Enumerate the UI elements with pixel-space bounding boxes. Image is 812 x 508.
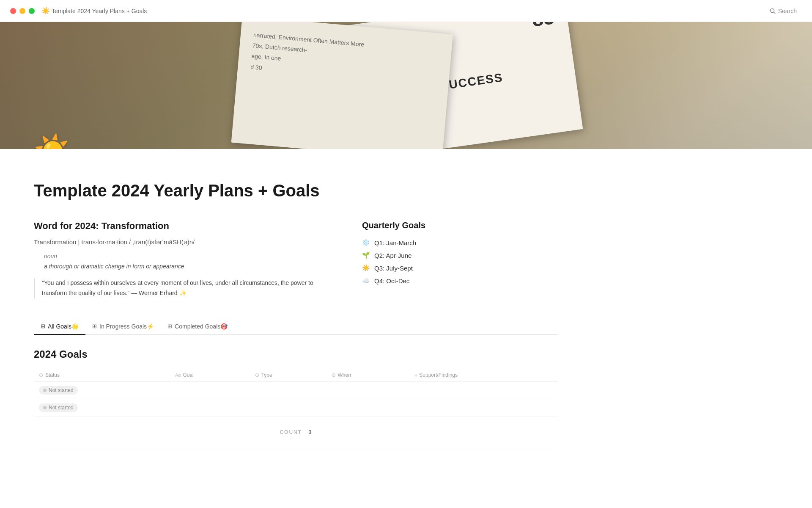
search-label: Search (778, 8, 797, 14)
goal-col-label: Goal (183, 372, 193, 378)
table-row: Not started (34, 381, 558, 399)
word-meaning: a thorough or dramatic change in form or… (44, 263, 328, 270)
tabs-bar: ⊞ All Goals🌟 ⊞ In Progress Goals⚡ ⊞ Comp… (34, 319, 558, 335)
row1-goal[interactable] (170, 381, 250, 399)
tab-in-progress-goals[interactable]: ⊞ In Progress Goals⚡ (85, 319, 161, 335)
col-when: ⊙ When (326, 369, 409, 382)
tab-completed-goals[interactable]: ⊞ Completed Goals🎯 (161, 319, 234, 335)
status-col-icon: ⊙ (39, 372, 43, 378)
row1-when[interactable] (326, 381, 409, 399)
q2-label: Q2: Apr-June (374, 252, 411, 259)
q4-label: Q4: Oct-Dec (374, 277, 409, 284)
row2-when[interactable] (326, 399, 409, 416)
col-type: ⊙ Type (250, 369, 326, 382)
status-dot-2 (43, 406, 47, 409)
table-row: Not started (34, 399, 558, 416)
main-content: Template 2024 Yearly Plans + Goals Word … (0, 149, 592, 482)
count-row: COUNT 3 (39, 421, 553, 444)
type-col-label: Type (261, 372, 272, 378)
col-status: ⊙ Status (34, 369, 170, 382)
search-button[interactable]: Search (765, 5, 802, 17)
goals-table-footer: COUNT 3 (34, 416, 558, 448)
row1-support[interactable] (409, 381, 558, 399)
col-goal: Aa Goal (170, 369, 250, 382)
row2-support[interactable] (409, 399, 558, 416)
book-page2-text: narrated; Environment Often Matters More… (250, 30, 439, 88)
row1-type[interactable] (250, 381, 326, 399)
word-definition: Transformation | trans·for·ma·tion / ˌtr… (34, 238, 328, 246)
tab-in-progress-label: In Progress Goals⚡ (99, 323, 154, 330)
quarterly-item-q4[interactable]: ☁️ Q4: Oct-Dec (362, 277, 558, 284)
count-value: 3 (309, 429, 313, 435)
hero-content: 85 Environment Often Matters More RONMEN… (0, 22, 812, 149)
close-button[interactable] (10, 8, 16, 14)
word-quote: "You and I possess within ourselves at e… (34, 278, 328, 298)
row2-status[interactable]: Not started (34, 399, 170, 416)
tab-completed-label: Completed Goals🎯 (175, 323, 228, 330)
quarterly-list: ❄️ Q1: Jan-March 🌱 Q2: Apr-June ☀️ Q3: J… (362, 239, 558, 284)
status-badge-not-started-1: Not started (39, 386, 78, 395)
q4-icon: ☁️ (362, 277, 370, 284)
hero-banner: 85 Environment Often Matters More RONMEN… (0, 22, 812, 149)
goals-table-body: Not started Not started (34, 381, 558, 416)
when-col-icon: ⊙ (332, 372, 336, 378)
minimize-button[interactable] (19, 8, 25, 14)
type-col-icon: ⊙ (255, 372, 259, 378)
q3-icon: ☀️ (362, 264, 370, 272)
book-page-number: 85 (530, 22, 556, 31)
word-pos: noun (44, 253, 328, 260)
right-column: Quarterly Goals ❄️ Q1: Jan-March 🌱 Q2: A… (362, 221, 558, 298)
word-heading: Word for 2024: Transformation (34, 221, 328, 232)
tab-all-goals-icon: ⊞ (41, 323, 45, 329)
breadcrumb-text: Template 2024 Yearly Plans + Goals (52, 8, 147, 14)
row2-goal[interactable] (170, 399, 250, 416)
search-icon (770, 8, 776, 14)
left-column: Word for 2024: Transformation Transforma… (34, 221, 328, 298)
titlebar: ☀️ Template 2024 Yearly Plans + Goals Se… (0, 0, 812, 22)
page-sun-icon: ☀️ (34, 135, 72, 149)
col-support: ≡ Support/Findings (409, 369, 558, 382)
traffic-lights (10, 8, 35, 14)
support-col-icon: ≡ (414, 372, 417, 378)
goals-section-title: 2024 Goals (34, 348, 558, 360)
status-badge-not-started-2: Not started (39, 403, 78, 412)
row1-status[interactable]: Not started (34, 381, 170, 399)
tab-all-goals[interactable]: ⊞ All Goals🌟 (34, 319, 85, 335)
row2-type[interactable] (250, 399, 326, 416)
status-col-label: Status (45, 372, 60, 378)
maximize-button[interactable] (29, 8, 35, 14)
status-text-2: Not started (49, 405, 74, 411)
book-page-2: narrated; Environment Often Matters More… (231, 22, 453, 149)
svg-line-1 (774, 12, 775, 14)
q2-icon: 🌱 (362, 251, 370, 259)
two-column-layout: Word for 2024: Transformation Transforma… (34, 221, 558, 298)
count-label: COUNT (280, 429, 302, 435)
q1-label: Q1: Jan-March (374, 239, 416, 246)
page-emoji-icon: ☀️ (41, 7, 50, 15)
support-col-label: Support/Findings (419, 372, 458, 378)
tab-all-goals-label: All Goals🌟 (48, 323, 79, 330)
titlebar-left: ☀️ Template 2024 Yearly Plans + Goals (10, 7, 147, 15)
quarterly-item-q1[interactable]: ❄️ Q1: Jan-March (362, 239, 558, 246)
breadcrumb: ☀️ Template 2024 Yearly Plans + Goals (41, 7, 147, 15)
tab-in-progress-icon: ⊞ (92, 323, 97, 329)
q3-label: Q3: July-Sept (374, 265, 413, 272)
page-title: Template 2024 Yearly Plans + Goals (34, 181, 558, 200)
goal-col-icon: Aa (175, 373, 181, 378)
quarterly-item-q2[interactable]: 🌱 Q2: Apr-June (362, 251, 558, 259)
quarterly-title: Quarterly Goals (362, 221, 558, 230)
tab-completed-icon: ⊞ (167, 323, 172, 329)
page-icon-area: ☀️ (34, 135, 72, 149)
goals-table-header: ⊙ Status Aa Goal ⊙ Type (34, 369, 558, 382)
quarterly-item-q3[interactable]: ☀️ Q3: July-Sept (362, 264, 558, 272)
goals-table: ⊙ Status Aa Goal ⊙ Type (34, 369, 558, 448)
q1-icon: ❄️ (362, 239, 370, 246)
when-col-label: When (338, 372, 351, 378)
status-dot-1 (43, 389, 47, 392)
status-text-1: Not started (49, 387, 74, 393)
